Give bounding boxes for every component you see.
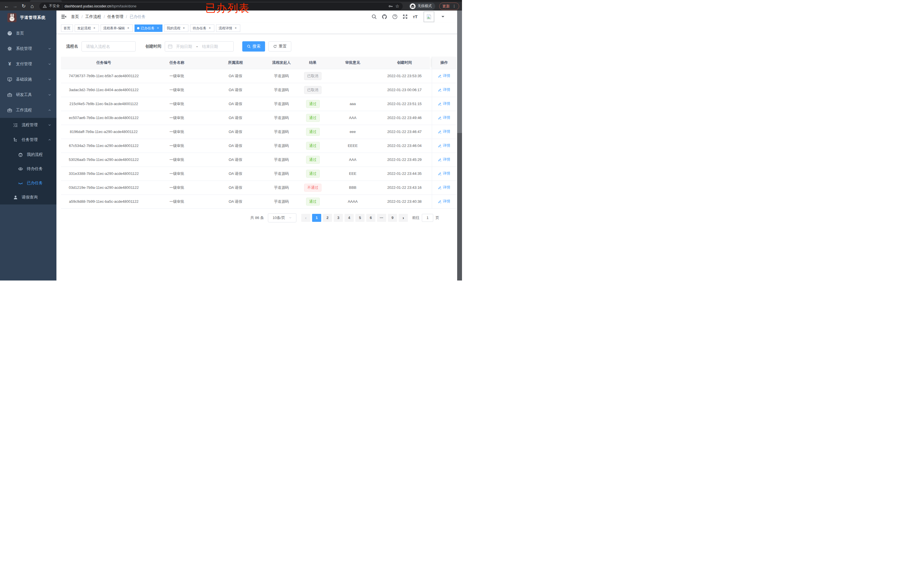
cell-process: OA 请假 (207, 153, 264, 167)
reset-button[interactable]: 重置 (268, 41, 291, 52)
view-tab[interactable]: 发起流程 × (75, 24, 99, 32)
avatar-caret-icon[interactable] (441, 16, 444, 19)
close-icon[interactable]: × (156, 26, 160, 30)
sidebar-item-devtool[interactable]: 研发工具 (0, 87, 56, 103)
date-range-picker[interactable]: - (165, 41, 234, 52)
prev-page-button[interactable]: ‹ (301, 214, 310, 222)
cell-starter: 芋道源码 (264, 181, 299, 194)
close-icon[interactable]: × (208, 26, 212, 30)
font-size-icon[interactable]: ᴛT (413, 14, 417, 19)
chevron-down-icon (48, 47, 51, 51)
page-button[interactable]: 6 (366, 214, 375, 222)
next-page-button[interactable]: › (399, 214, 408, 222)
view-tab[interactable]: 待办任务 × (190, 24, 214, 32)
help-icon[interactable] (392, 14, 398, 19)
view-tab[interactable]: 首页 × (61, 24, 73, 32)
detail-link[interactable]: 详情 (438, 185, 450, 190)
goto-page-input[interactable] (422, 214, 433, 222)
detail-link[interactable]: 详情 (438, 73, 450, 78)
fullscreen-icon[interactable] (402, 14, 408, 19)
sidebar-item-task-mgmt[interactable]: 任务管理 (0, 132, 56, 148)
detail-link[interactable]: 详情 (438, 87, 450, 92)
breadcrumb-task-mgmt[interactable]: 任务管理 (108, 14, 123, 19)
view-tab[interactable]: 流程详情 × (216, 24, 240, 32)
search-icon[interactable] (371, 14, 377, 19)
sidebar-item-my-process[interactable]: 我的流程 (0, 148, 56, 162)
cell-result: 通过 (299, 194, 326, 208)
sidebar-item-home[interactable]: 首页 (0, 25, 56, 41)
sidebar-item-label: 研发工具 (16, 92, 45, 97)
start-date-input[interactable] (174, 44, 195, 49)
update-button[interactable]: 更新 ⋮ (439, 3, 459, 10)
window-scrollbar[interactable] (457, 10, 462, 280)
view-tab[interactable]: 我的流程 × (164, 24, 188, 32)
cell-process: OA 请假 (207, 83, 264, 97)
col-starter: 流程发起人 (264, 57, 299, 69)
page-button[interactable]: 2 (323, 214, 332, 222)
logo-row[interactable]: 芋道管理系统 (0, 10, 56, 25)
sidebar-item-done-task[interactable]: 已办任务 (0, 176, 56, 190)
view-tab[interactable]: 流程表单-编辑 × (100, 24, 133, 32)
avatar[interactable] (423, 11, 434, 22)
tab-label: 流程详情 (219, 26, 232, 31)
close-icon[interactable]: × (126, 26, 130, 30)
detail-link[interactable]: 详情 (438, 157, 450, 162)
cell-task-name: 一级审批 (147, 97, 207, 111)
scrollbar-thumb[interactable] (457, 10, 462, 133)
view-tab[interactable]: 已办任务 × (135, 24, 162, 32)
sidebar-item-infra[interactable]: 基础设施 (0, 72, 56, 87)
page-size-select[interactable]: 10条/页 (268, 213, 296, 222)
page-button[interactable]: 9 (388, 214, 397, 222)
detail-link[interactable]: 详情 (438, 143, 450, 148)
sidebar-item-workflow[interactable]: 工作流程 (0, 103, 56, 118)
detail-link[interactable]: 详情 (438, 129, 450, 134)
page-button[interactable]: ••• (377, 214, 386, 222)
page-button[interactable]: 5 (356, 214, 364, 222)
bookmark-star-icon[interactable]: ☆ (395, 4, 399, 9)
edit-pen-icon (438, 158, 442, 162)
browser-tabstrip (0, 0, 462, 2)
breadcrumb-workflow[interactable]: 工作流程 (85, 14, 101, 19)
forward-icon[interactable]: → (11, 3, 19, 10)
cell-comment: EEEE (326, 139, 379, 153)
search-button[interactable]: 搜索 (242, 41, 265, 52)
edit-pen-icon (438, 200, 442, 203)
sidebar-item-todo-task[interactable]: 待办任务 (0, 162, 56, 176)
monitor-icon (7, 77, 12, 82)
cell-task-name: 一级审批 (147, 125, 207, 139)
page-button[interactable]: 1 (312, 214, 321, 222)
back-icon[interactable]: ← (3, 3, 10, 10)
table-row: 74736737-7b9b-11ec-b5b7-acde48001122 一级审… (61, 69, 456, 83)
reset-button-label: 重置 (279, 44, 287, 49)
detail-link[interactable]: 详情 (438, 101, 450, 106)
detail-link[interactable]: 详情 (438, 171, 450, 176)
page-button[interactable]: 4 (345, 214, 354, 222)
process-name-input[interactable] (81, 41, 136, 52)
detail-link[interactable]: 详情 (438, 115, 450, 120)
browser-menu-icon[interactable]: ⋮ (452, 4, 456, 8)
cell-starter: 芋道源码 (264, 111, 299, 125)
github-icon[interactable] (382, 14, 387, 19)
sidebar-item-process-mgmt[interactable]: 流程管理 (0, 118, 56, 132)
sidebar-item-leave-query[interactable]: 请假查询 (0, 190, 56, 205)
close-icon[interactable]: × (234, 26, 238, 30)
address-bar[interactable]: 不安全 dashboard.yudao.iocoder.cn/bpm/task/… (39, 3, 403, 10)
tab-label: 已办任务 (141, 26, 154, 31)
sidebar-item-pay[interactable]: ¥ 支付管理 (0, 56, 56, 72)
edit-pen-icon (438, 130, 442, 133)
breadcrumb-home[interactable]: 首页 (71, 14, 79, 19)
key-icon[interactable] (388, 4, 393, 9)
sidebar: 芋道管理系统 首页 系统管理 ¥ 支付管理 (0, 10, 56, 280)
sidebar-collapse-icon[interactable] (61, 14, 66, 19)
home-icon[interactable]: ⌂ (28, 3, 36, 10)
close-icon[interactable]: × (92, 26, 96, 30)
end-date-input[interactable] (200, 44, 220, 49)
detail-link[interactable]: 详情 (438, 199, 450, 204)
sidebar-item-system[interactable]: 系统管理 (0, 41, 56, 56)
browser-tab[interactable] (30, 0, 62, 2)
reload-icon[interactable]: ↻ (20, 3, 27, 10)
cell-gutter (430, 194, 432, 208)
cell-task-name: 一级审批 (147, 69, 207, 83)
close-icon[interactable]: × (182, 26, 186, 30)
page-button[interactable]: 3 (334, 214, 343, 222)
